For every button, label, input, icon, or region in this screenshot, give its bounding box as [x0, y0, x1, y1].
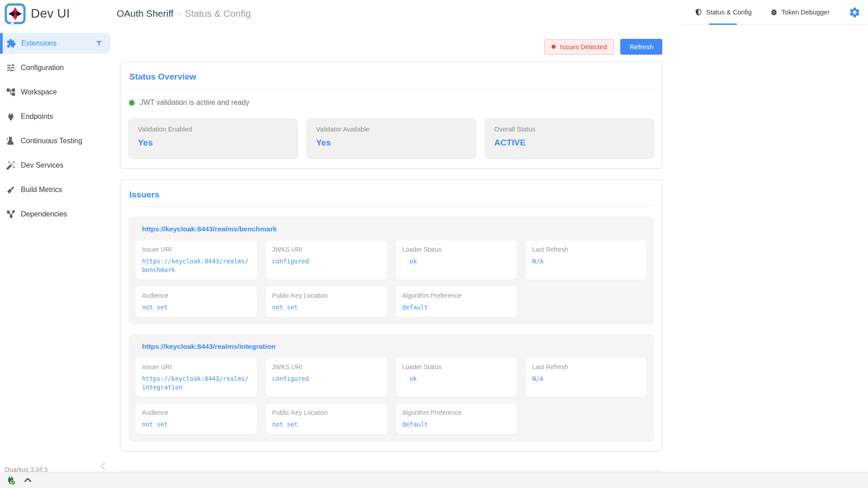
- field-last-refresh: Last RefreshN/A: [526, 240, 647, 280]
- issuers-title: Issuers: [129, 190, 654, 200]
- field-value: ok: [402, 257, 511, 266]
- issuer-group-header: https://keycloak:8443/realms/benchmark: [142, 225, 647, 233]
- field-loader-status: Loader Status ok: [396, 358, 517, 397]
- sidebar-item-label: Workspace: [21, 88, 57, 96]
- field-algorithm-preference: Algorithm Preferencedefault: [396, 404, 517, 434]
- field-algorithm-preference: Algorithm Preferencedefault: [396, 286, 517, 317]
- status-line: JWT validation is active and ready: [129, 99, 654, 107]
- field-label: Loader Status: [402, 246, 511, 253]
- field-loader-status: Loader Status ok: [396, 240, 517, 280]
- field-label: Loader Status: [402, 363, 511, 371]
- sidebar-item-workspace[interactable]: Workspace: [0, 82, 113, 103]
- sidebar-item-build-metrics[interactable]: Build Metrics: [0, 179, 113, 200]
- field-issuer-uri: Issuer URIhttps://keycloak:8443/realms/i…: [136, 358, 257, 397]
- tab-token-debugger[interactable]: Token Debugger: [761, 0, 839, 24]
- dev-services-icon: [6, 160, 16, 170]
- shield-icon: [694, 8, 703, 16]
- main-content: Issues Detected Refresh Status Overview …: [113, 27, 868, 472]
- sidebar-item-endpoints[interactable]: Endpoints: [0, 106, 113, 127]
- field-value: configured: [272, 375, 381, 383]
- metric-label: Validation Enabled: [138, 126, 288, 133]
- metric-value: ACTIVE: [494, 138, 645, 148]
- sidebar-item-dev-services[interactable]: Dev Services: [0, 155, 113, 176]
- metric-card-validation-enabled: Validation EnabledYes: [128, 118, 298, 159]
- metric-label: Overall Status: [494, 126, 645, 133]
- field-value: not set: [142, 303, 250, 312]
- sidebar-item-label: Build Metrics: [21, 186, 62, 194]
- sidebar-item-label: Continuous Testing: [21, 137, 82, 145]
- issuers-card: Issuers https://keycloak:8443/realms/ben…: [120, 179, 662, 451]
- field-label: Issuer URI: [142, 363, 250, 371]
- field-value: default: [402, 303, 511, 312]
- page-subtitle: Status & Config: [185, 8, 251, 19]
- field-public-key-location: Public Key Locationnot set: [266, 404, 387, 434]
- sidebar-item-label: Dev Services: [21, 161, 63, 169]
- field-label: Issuer URI: [142, 246, 250, 253]
- issuer-group: https://keycloak:8443/realms/benchmarkIs…: [128, 216, 654, 325]
- endpoints-icon: [6, 112, 16, 122]
- error-dot-icon: [552, 45, 556, 49]
- field-value: configured: [272, 257, 381, 266]
- status-overview-title: Status Overview: [129, 72, 654, 82]
- issuer-group-header: https://keycloak:8443/realms/integration: [142, 343, 647, 351]
- field-label: Algorithm Preference: [402, 292, 511, 299]
- chevron-up-icon[interactable]: [23, 475, 33, 485]
- tab-status-config[interactable]: Status & Config: [685, 0, 761, 24]
- sidebar-item-continuous-testing[interactable]: Continuous Testing: [0, 131, 113, 151]
- field-last-refresh: Last RefreshN/A: [526, 358, 647, 397]
- issues-detected-badge: Issues Detected: [544, 39, 614, 55]
- metric-label: Validator Available: [316, 126, 467, 133]
- sidebar-item-extensions[interactable]: Extensions: [0, 33, 110, 54]
- bottom-bar: [0, 472, 868, 488]
- sidebar-item-label: Extensions: [21, 39, 57, 47]
- field-audience: Audiencenot set: [136, 286, 257, 317]
- header-tabs: Status & ConfigToken Debugger: [682, 0, 868, 25]
- field-label: Public Key Location: [272, 292, 381, 299]
- field-value: not set: [272, 303, 381, 312]
- sidebar-item-configuration[interactable]: Configuration: [0, 57, 113, 78]
- metric-row: Validation EnabledYesValidator Available…: [128, 118, 654, 159]
- issuer-fields-grid: Issuer URIhttps://keycloak:8443/realms/i…: [136, 358, 647, 435]
- field-public-key-location: Public Key Locationnot set: [266, 286, 387, 317]
- status-overview-card: Status Overview JWT validation is active…: [120, 61, 662, 169]
- breadcrumb-separator: ·: [178, 8, 181, 19]
- tab-label: Status & Config: [706, 9, 752, 16]
- metric-card-validator-available: Validator AvailableYes: [307, 118, 476, 159]
- sidebar-collapse-chevron-icon[interactable]: ‹: [100, 457, 106, 474]
- sidebar-item-dependencies[interactable]: Dependencies: [0, 204, 113, 225]
- field-label: Last Refresh: [532, 363, 641, 371]
- configuration-icon: [6, 63, 16, 73]
- bug-icon: [770, 8, 778, 16]
- build-metrics-icon: [6, 185, 16, 195]
- divider: [128, 88, 654, 89]
- status-ok-dot-icon: [129, 100, 134, 105]
- field-label: JWKS URI: [272, 246, 381, 253]
- field-jwks-uri: JWKS URIconfigured: [266, 240, 387, 280]
- app-title: Dev UI: [31, 6, 70, 21]
- status-message: JWT validation is active and ready: [140, 99, 249, 107]
- field-value: default: [402, 420, 511, 429]
- workspace-icon: [6, 87, 16, 97]
- extensions-icon: [6, 38, 16, 48]
- field-label: Audience: [142, 292, 250, 299]
- field-value: N/A: [532, 257, 641, 266]
- field-label: Algorithm Preference: [402, 409, 511, 416]
- refresh-button[interactable]: Refresh: [620, 39, 662, 55]
- field-value: not set: [142, 420, 250, 429]
- page-title: OAuth Sheriff: [117, 8, 174, 19]
- tab-label: Token Debugger: [782, 9, 830, 16]
- issuer-group: https://keycloak:8443/realms/integration…: [128, 334, 654, 442]
- filter-icon[interactable]: [94, 39, 104, 48]
- dependencies-icon: [6, 209, 16, 219]
- field-issuer-uri: Issuer URIhttps://keycloak:8443/realms/b…: [136, 240, 257, 280]
- dev-services-status-plug-icon[interactable]: [5, 475, 16, 485]
- sidebar-item-label: Configuration: [21, 64, 64, 72]
- field-value: not set: [272, 420, 381, 429]
- gear-icon[interactable]: [849, 6, 861, 19]
- sidebar-item-label: Endpoints: [21, 113, 53, 121]
- sidebar-item-label: Dependencies: [21, 210, 67, 218]
- quarkus-logo-icon: [5, 3, 26, 24]
- field-audience: Audiencenot set: [136, 404, 257, 434]
- sidebar: ExtensionsConfigurationWorkspaceEndpoint…: [0, 27, 113, 470]
- field-label: JWKS URI: [272, 363, 381, 371]
